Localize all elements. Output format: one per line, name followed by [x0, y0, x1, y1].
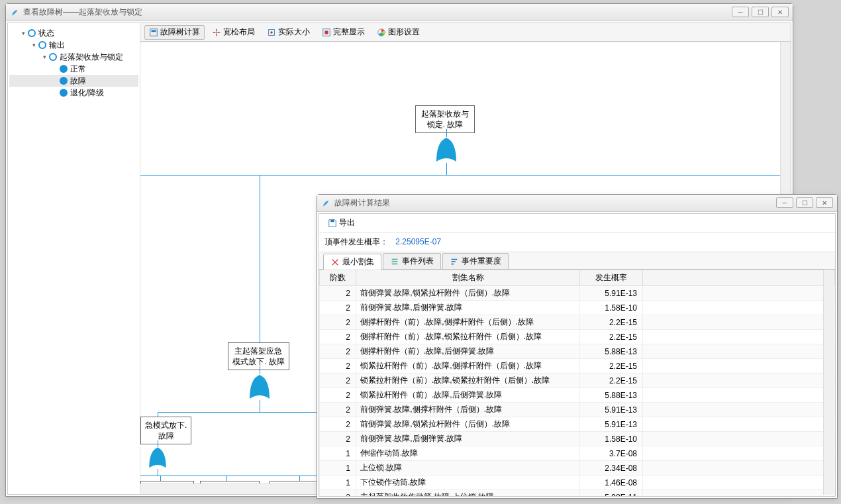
cell-prob: 5.91E-13	[580, 286, 643, 301]
svg-point-3	[270, 31, 273, 34]
cell-prob: 5.88E-13	[580, 388, 643, 403]
tab-event-importance[interactable]: 事件重要度	[442, 253, 509, 269]
cell-order: 2	[320, 374, 356, 388]
cell-prob: 3.7E-08	[580, 446, 643, 461]
col-prob[interactable]: 发生概率	[580, 270, 643, 286]
table-row[interactable]: 1下位锁作动筒.故障1.46E-08	[320, 476, 835, 490]
chevron-down-icon[interactable]: ▾	[41, 54, 48, 60]
actual-size-icon	[267, 28, 276, 37]
or-gate-icon	[146, 446, 169, 469]
cut-set-table[interactable]: 阶数 割集名称 发生概率 2前侧弹簧.故障,锁紧拉杆附件（后侧）.故障5.91E…	[319, 270, 835, 496]
graphics-settings-button[interactable]: 图形设置	[372, 25, 424, 40]
toolbar: 故障树计算 宽松布局 实际大小 完整显示 图形设置	[140, 23, 791, 42]
table-row[interactable]: 2侧撑杆附件（前）.故障,侧撑杆附件（后侧）.故障2.2E-15	[320, 315, 835, 330]
cell-order: 1	[320, 461, 356, 476]
table-row[interactable]: 1上位锁.故障2.34E-08	[320, 461, 835, 476]
ring-icon	[28, 29, 36, 37]
tree-degrade[interactable]: 退化/降级	[9, 87, 138, 99]
tab-min-cut-set[interactable]: 最小割集	[323, 254, 381, 270]
cell-order: 2	[320, 403, 356, 417]
table-row[interactable]: 2主起落架收放作动筒.故障,上位锁.故障5.98E-11	[320, 490, 835, 497]
calc-button[interactable]: 故障树计算	[144, 25, 205, 40]
tree-gear[interactable]: ▾起落架收放与锁定	[9, 51, 138, 63]
tree-fault[interactable]: 故障	[9, 75, 138, 87]
cell-name: 前侧弹簧.故障,侧撑杆附件（后侧）.故障	[356, 403, 580, 417]
cell-name: 前侧弹簧.故障,后侧弹簧.故障	[356, 432, 580, 446]
cell-name: 前侧弹簧.故障,锁紧拉杆附件（后侧）.故障	[356, 417, 580, 432]
cell-empty	[643, 315, 835, 330]
close-button[interactable]: ✕	[816, 197, 833, 208]
col-empty[interactable]	[643, 270, 835, 286]
tree-root[interactable]: ▾状态	[9, 27, 138, 39]
top-event-probability: 顶事件发生概率： 2.25095E-07	[319, 232, 835, 252]
cell-order: 2	[320, 359, 356, 374]
ft-mid-event[interactable]: 主起落架应急 模式放下. 故障	[228, 342, 289, 370]
cell-name: 下位锁作动筒.故障	[356, 476, 580, 490]
tree-panel[interactable]: ▾状态 ▾输出 ▾起落架收放与锁定 正常 故障 退化/降级	[8, 23, 140, 494]
cell-empty	[643, 461, 835, 476]
table-row[interactable]: 1伸缩作动筒.故障3.7E-08	[320, 446, 835, 461]
table-row[interactable]: 2前侧弹簧.故障,后侧弹簧.故障1.58E-10	[320, 301, 835, 315]
main-title: 查看故障树——起落架收放与锁定	[23, 7, 142, 18]
cell-prob: 1.58E-10	[580, 432, 643, 446]
maximize-button[interactable]: ☐	[796, 197, 813, 208]
maximize-button[interactable]: ☐	[752, 7, 769, 17]
cell-order: 2	[320, 417, 356, 432]
tab-event-list[interactable]: 事件列表	[383, 253, 441, 269]
tree-normal[interactable]: 正常	[9, 63, 138, 75]
cell-name: 侧撑杆附件（前）.故障,侧撑杆附件（后侧）.故障	[356, 315, 580, 330]
cell-order: 2	[320, 490, 356, 497]
table-row[interactable]: 2锁紧拉杆附件（前）.故障,后侧弹簧.故障5.88E-13	[320, 388, 835, 403]
cell-prob: 5.88E-13	[580, 344, 643, 359]
table-row[interactable]: 2侧撑杆附件（前）.故障,锁紧拉杆附件（后侧）.故障2.2E-15	[320, 330, 835, 344]
col-name[interactable]: 割集名称	[356, 270, 580, 286]
table-row[interactable]: 2前侧弹簧.故障,锁紧拉杆附件（后侧）.故障5.91E-13	[320, 417, 835, 432]
table-row[interactable]: 2前侧弹簧.故障,后侧弹簧.故障1.58E-10	[320, 432, 835, 446]
table-scrollbar-v[interactable]	[823, 270, 834, 495]
importance-icon	[450, 257, 459, 266]
minimize-button[interactable]: ─	[776, 197, 793, 208]
full-display-button[interactable]: 完整显示	[317, 25, 370, 40]
app-icon	[321, 199, 330, 208]
table-row[interactable]: 2锁紧拉杆附件（前）.故障,侧撑杆附件（后侧）.故障2.2E-15	[320, 359, 835, 374]
cell-prob: 2.2E-15	[580, 359, 643, 374]
list-icon	[390, 257, 399, 266]
table-row[interactable]: 2前侧弹簧.故障,侧撑杆附件（后侧）.故障5.91E-13	[320, 403, 835, 417]
ring-icon	[38, 41, 46, 49]
main-titlebar[interactable]: 查看故障树——起落架收放与锁定 ─ ☐ ✕	[6, 4, 793, 21]
actual-size-button[interactable]: 实际大小	[262, 25, 315, 40]
ft-left-event[interactable]: 急模式放下. 故障	[140, 417, 191, 444]
cell-prob: 2.2E-15	[580, 374, 643, 388]
cell-order: 2	[320, 301, 356, 315]
table-row[interactable]: 2锁紧拉杆附件（前）.故障,锁紧拉杆附件（后侧）.故障2.2E-15	[320, 374, 835, 388]
loose-button[interactable]: 宽松布局	[207, 25, 260, 40]
chevron-down-icon[interactable]: ▾	[20, 30, 26, 36]
svg-rect-5	[324, 30, 328, 34]
minimize-button[interactable]: ─	[732, 7, 749, 17]
chevron-down-icon[interactable]: ▾	[30, 42, 37, 48]
fit-icon	[322, 28, 331, 37]
col-order[interactable]: 阶数	[320, 270, 356, 286]
ft-top-event[interactable]: 起落架收放与 锁定. 故障	[415, 105, 475, 133]
cell-order: 2	[320, 432, 356, 446]
cell-empty	[643, 403, 835, 417]
svg-rect-7	[330, 219, 334, 222]
cell-prob: 2.2E-15	[580, 330, 643, 344]
cell-empty	[643, 286, 835, 301]
result-window: 故障树计算结果 ─ ☐ ✕ 导出 顶事件发生概率： 2.25095E-07 最小…	[317, 194, 838, 499]
tree-output[interactable]: ▾输出	[9, 39, 138, 51]
result-titlebar[interactable]: 故障树计算结果 ─ ☐ ✕	[317, 195, 837, 212]
table-row[interactable]: 2前侧弹簧.故障,锁紧拉杆附件（后侧）.故障5.91E-13	[320, 286, 835, 301]
cell-order: 2	[320, 330, 356, 344]
layout-icon	[212, 28, 221, 37]
cell-prob: 5.91E-13	[580, 403, 643, 417]
export-button[interactable]: 导出	[323, 216, 360, 230]
cell-empty	[643, 446, 835, 461]
cell-empty	[643, 432, 835, 446]
cell-name: 锁紧拉杆附件（前）.故障,后侧弹簧.故障	[356, 388, 580, 403]
app-icon	[10, 8, 19, 17]
close-button[interactable]: ✕	[771, 7, 789, 17]
cell-name: 锁紧拉杆附件（前）.故障,侧撑杆附件（后侧）.故障	[356, 359, 580, 374]
dot-icon	[60, 65, 68, 73]
table-row[interactable]: 2侧撑杆附件（前）.故障,后侧弹簧.故障5.88E-13	[320, 344, 835, 359]
